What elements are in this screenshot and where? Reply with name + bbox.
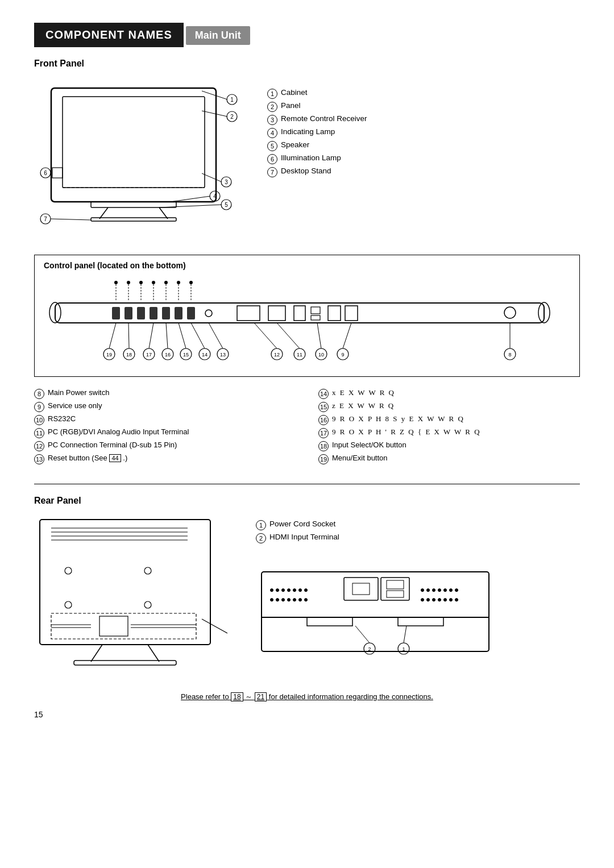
front-panel-notes: 1 Cabinet 2 Panel 3 Remote Control Recei… — [267, 77, 580, 249]
list-item: 18 Input Select/OK button — [318, 441, 580, 451]
svg-text:●●●●●●●: ●●●●●●● — [421, 587, 460, 593]
item-num: 9 — [34, 402, 44, 412]
rear-panel-notes: 1 Power Cord Socket 2 HDMI Input Termina… — [256, 514, 580, 675]
list-item: 8 Main Power switch — [34, 388, 296, 399]
rear-panel-area: 1 Power Cord Socket 2 HDMI Input Termina… — [34, 514, 580, 675]
list-item: 19 Menu/Exit button — [318, 454, 580, 464]
svg-rect-33 — [125, 307, 132, 319]
svg-rect-32 — [112, 307, 120, 319]
front-panel-diagram: 1 2 6 3 4 5 — [34, 77, 250, 249]
item-text: x E X W W R Q — [332, 388, 395, 397]
svg-line-78 — [149, 323, 154, 348]
svg-rect-128 — [307, 617, 352, 626]
svg-text:●●●●●●●: ●●●●●●● — [421, 596, 460, 603]
item-num: 12 — [34, 441, 44, 451]
item-num: 7 — [267, 167, 277, 177]
svg-text:2: 2 — [368, 646, 371, 652]
svg-rect-43 — [311, 307, 320, 314]
list-item: 5 Speaker — [267, 140, 580, 151]
svg-rect-37 — [175, 307, 182, 319]
svg-text:3: 3 — [225, 179, 228, 185]
item-num: 4 — [267, 128, 277, 138]
control-panel-diagram: 19 18 17 16 15 14 13 — [44, 275, 570, 367]
svg-line-113 — [91, 645, 102, 662]
list-item: 6 Illumination Lamp — [267, 153, 580, 164]
front-panel-heading: Front Panel — [34, 59, 580, 69]
list-item: 3 Remote Control Receiver — [267, 114, 580, 125]
list-item: 10 RS232C — [34, 414, 296, 425]
svg-point-57 — [139, 281, 143, 284]
item-text: 9 R O X P H 8 S y E X W W R Q — [332, 414, 464, 423]
item-text: Cabinet — [281, 88, 308, 97]
svg-rect-125 — [387, 580, 404, 589]
rear-zoom-diagram: ●●●●●●● ●●●●●●● ●●●●●●● ●●●●●●● — [256, 560, 580, 665]
svg-text:13: 13 — [220, 352, 226, 358]
svg-line-134 — [355, 626, 370, 643]
svg-line-79 — [166, 323, 168, 348]
list-item: 9 Service use only — [34, 401, 296, 412]
item-num: 2 — [267, 102, 277, 112]
svg-text:6: 6 — [44, 170, 47, 176]
main-unit-label: Main Unit — [186, 26, 250, 45]
list-item: 14 x E X W W R Q — [318, 388, 580, 399]
item-text: Panel — [281, 101, 301, 110]
svg-rect-38 — [187, 307, 195, 319]
section-divider — [34, 484, 580, 484]
control-panel-title: Control panel (located on the bottom) — [44, 261, 570, 270]
svg-text:10: 10 — [318, 352, 324, 358]
front-panel-area: 1 2 6 3 4 5 — [34, 77, 580, 249]
svg-line-4 — [99, 207, 108, 219]
svg-text:1: 1 — [402, 646, 405, 652]
item-num: 15 — [318, 402, 329, 412]
svg-point-105 — [65, 601, 72, 608]
svg-line-77 — [128, 323, 129, 348]
item-num: 14 — [318, 389, 329, 399]
svg-text:9: 9 — [341, 352, 344, 358]
item-num: 6 — [267, 154, 277, 164]
item-text: Illumination Lamp — [281, 153, 341, 162]
svg-line-80 — [179, 323, 186, 348]
list-item: 13 Reset button (See 44 .) — [34, 454, 296, 464]
svg-line-116 — [202, 619, 227, 633]
svg-rect-42 — [294, 306, 305, 321]
item-text: Power Cord Socket — [269, 520, 335, 528]
svg-rect-41 — [268, 306, 285, 321]
svg-line-28 — [51, 219, 91, 220]
svg-text:5: 5 — [225, 202, 228, 208]
svg-point-61 — [189, 281, 193, 284]
item-num: 10 — [34, 415, 44, 425]
svg-rect-45 — [328, 306, 341, 321]
item-num: 1 — [256, 520, 266, 530]
item-text: z E X W W R Q — [332, 401, 395, 410]
item-num: 18 — [318, 441, 329, 451]
svg-text:11: 11 — [297, 352, 302, 358]
svg-point-47 — [504, 307, 516, 318]
svg-rect-34 — [137, 307, 145, 319]
svg-text:19: 19 — [106, 352, 112, 358]
svg-text:●●●●●●●: ●●●●●●● — [270, 587, 310, 593]
list-item: 2 Panel — [267, 101, 580, 112]
item-text: Indicating Lamp — [281, 127, 335, 136]
item-num: 11 — [34, 428, 44, 438]
item-num: 17 — [318, 428, 329, 438]
svg-line-114 — [148, 645, 159, 662]
svg-rect-112 — [99, 616, 128, 636]
svg-line-76 — [109, 323, 116, 348]
svg-point-104 — [144, 567, 151, 574]
svg-point-59 — [164, 281, 168, 284]
item-text: HDMI Input Terminal — [269, 533, 339, 541]
list-item: 17 9 R O X P H ' R Z Q { E X W W R Q — [318, 427, 580, 438]
svg-text:15: 15 — [183, 352, 189, 358]
svg-rect-123 — [352, 583, 370, 595]
svg-point-103 — [65, 567, 72, 574]
svg-rect-44 — [311, 315, 320, 320]
page-number: 15 — [34, 710, 43, 719]
list-item: 2 HDMI Input Terminal — [256, 533, 580, 543]
svg-line-12 — [202, 111, 227, 117]
list-item: 7 Desktop Stand — [267, 167, 580, 177]
svg-rect-36 — [162, 307, 170, 319]
svg-rect-129 — [398, 617, 443, 626]
item-num: 5 — [267, 141, 277, 151]
svg-text:1: 1 — [230, 97, 234, 103]
svg-text:17: 17 — [146, 352, 152, 358]
